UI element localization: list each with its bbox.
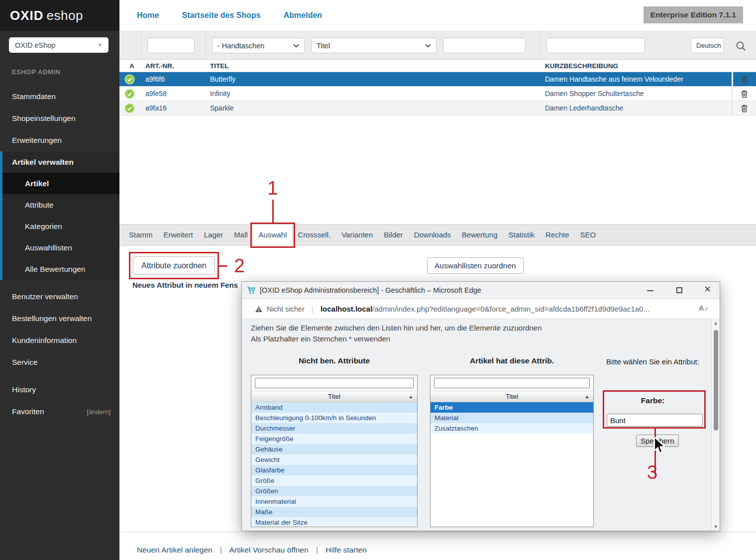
popup-address-bar[interactable]: Nicht sicher | localhost.local/admin/ind… [242,299,720,319]
list-item[interactable]: Material der Sitze [251,517,417,527]
column-header-artnr[interactable]: ART.-NR. [145,60,174,72]
sidebar-item-kundeninformation[interactable]: Kundeninformation [0,330,119,351]
list-item[interactable]: Maße [251,507,417,517]
tab-statistik[interactable]: Statistik [503,224,540,245]
active-status-icon[interactable] [124,74,135,86]
filter-title-input[interactable] [443,38,526,53]
delete-row-button[interactable] [732,87,756,101]
close-button[interactable]: × [704,283,711,296]
column-header-titel[interactable]: TITEL [210,60,229,72]
cell-kurzbeschreibung[interactable]: Damen Handtasche aus feinem Veloursleder [545,72,683,87]
nav-link-shop-startpage[interactable]: Startseite des Shops [182,11,260,20]
list-item[interactable]: Material [431,413,593,423]
cell-artnr[interactable]: a9fa16 [145,101,167,115]
filter-search-input[interactable] [546,38,645,53]
cell-titel[interactable]: Infinity [210,87,230,101]
footer-link-new-article[interactable]: Neuen Artikel anlegen [137,546,213,554]
cell-titel[interactable]: Sparkle [210,101,233,115]
sidebar-item-favoriten[interactable]: Favoriten [ändern] [0,401,119,423]
assign-attributes-button[interactable]: Attribute zuordnen [133,256,215,275]
assign-selection-lists-button[interactable]: Auswahllisten zuordnen [427,257,524,274]
scroll-up-icon[interactable]: ▲ [712,321,720,326]
search-icon[interactable] [736,41,748,53]
tab-crosssell[interactable]: Crosssell. [292,224,336,245]
language-select[interactable]: Deutsch [691,38,724,53]
list-item[interactable]: Innenmaterial [251,496,417,507]
sidebar-item-kategorien[interactable]: Kategorien [2,216,119,237]
filter-artnr-input[interactable] [147,38,195,53]
sidebar-item-stammdaten[interactable]: Stammdaten [0,86,119,108]
attribute-value-input[interactable] [607,414,703,427]
read-aloud-icon[interactable]: A [699,304,708,312]
cell-artnr[interactable]: a9f6f6 [145,72,165,87]
left-list-search-input[interactable] [255,378,414,388]
tab-bewertung[interactable]: Bewertung [456,224,503,245]
field-select[interactable]: Titel [311,38,436,53]
list-item[interactable]: Armband [251,402,417,413]
save-button[interactable]: Speichern [636,435,679,447]
popup-title-bar[interactable]: [OXID eShop Administrationsbereich] - Ge… [242,282,720,299]
sidebar-group-artikel-verwalten: Artikel verwalten Artikel Attribute Kate… [0,151,119,280]
table-row[interactable]: a9f6f6 Butterfly Damen Handtasche aus fe… [119,72,756,87]
active-status-icon[interactable] [124,89,135,101]
list-item[interactable]: Größe [251,475,417,486]
sidebar-item-history[interactable]: History [0,379,119,401]
nav-link-home[interactable]: Home [137,11,159,20]
scroll-down-icon[interactable]: ▼ [712,524,720,529]
delete-row-button[interactable] [732,72,756,87]
tab-bilder[interactable]: Bilder [378,224,408,245]
sidebar-item-erweiterungen[interactable]: Erweiterungen [0,129,119,151]
list-item[interactable]: Glasfarbe [251,465,417,475]
minimize-button[interactable] [647,290,653,291]
list-item[interactable]: Gewicht [251,454,417,465]
favoriten-edit-link[interactable]: [ändern] [87,408,110,416]
cell-kurzbeschreibung[interactable]: Damen Shopper Schultertasche [545,87,644,101]
nav-link-logout[interactable]: Abmelden [284,11,322,20]
cell-titel[interactable]: Butterfly [210,72,235,87]
sidebar-item-artikel-verwalten[interactable]: Artikel verwalten [2,151,119,173]
list-item[interactable]: Durchmesser [251,423,417,434]
popup-scrollbar[interactable]: ▲ ▼ [711,319,720,531]
shop-select-dropdown[interactable]: OXID eShop ▼ [9,37,108,53]
list-item[interactable]: Beschleunigung 0-100km/h in Sekunden [251,413,417,423]
sidebar-item-shopeinstellungen[interactable]: Shopeinstellungen [0,108,119,129]
right-list-column-header[interactable]: Titel ▲ [431,391,593,402]
maximize-button[interactable] [676,287,682,293]
category-select[interactable]: - Handtaschen [212,38,305,53]
table-row[interactable]: a9fa16 Sparkle Damen Lederhandtasche [119,101,756,115]
list-item-selected[interactable]: Farbe [431,402,593,413]
sidebar-item-auswahllisten[interactable]: Auswahllisten [2,237,119,258]
sidebar-item-benutzer-verwalten[interactable]: Benutzer verwalten [0,286,119,308]
tab-auswahl[interactable]: Auswahl 1 [253,224,293,246]
right-list-search-input[interactable] [434,378,590,388]
list-item[interactable]: Größen [251,486,417,496]
sidebar-item-service[interactable]: Service [0,351,119,373]
footer-link-article-preview[interactable]: Artikel Vorschau öffnen [229,546,308,554]
table-row[interactable]: a9fe58 Infinity Damen Shopper Schulterta… [119,87,756,101]
new-attribute-link[interactable]: Neues Attribut in neuem Fens [132,281,238,289]
tab-mall[interactable]: Mall [228,224,253,245]
sidebar-item-alle-bewertungen[interactable]: Alle Bewertungen [2,258,119,280]
cell-kurzbeschreibung[interactable]: Damen Lederhandtasche [545,101,623,115]
left-list-column-header[interactable]: Titel ▲ [251,391,417,402]
tab-downloads[interactable]: Downloads [409,224,456,245]
scrollbar-thumb[interactable] [714,330,718,431]
sidebar-item-artikel[interactable]: Artikel [2,173,119,194]
tab-lager[interactable]: Lager [199,224,228,245]
delete-row-button[interactable] [732,101,756,115]
tab-stamm[interactable]: Stamm [123,224,158,245]
list-item[interactable]: Gehäuse [251,444,417,454]
active-status-icon[interactable] [124,103,135,115]
sidebar-item-attribute[interactable]: Attribute [2,194,119,216]
tab-varianten[interactable]: Varianten [336,224,378,245]
tab-erweitert[interactable]: Erweitert [158,224,199,245]
sidebar-item-bestellungen-verwalten[interactable]: Bestellungen verwalten [0,308,119,330]
list-item[interactable]: Zusatztaschen [431,423,593,434]
cell-artnr[interactable]: a9fe58 [145,87,167,101]
trash-icon [741,105,748,112]
footer-link-help[interactable]: Hilfe starten [325,546,367,554]
tab-rechte[interactable]: Rechte [540,224,575,245]
list-item[interactable]: Felgengröße [251,434,417,444]
column-header-kurzbeschreibung[interactable]: KURZBESCHREIBUNG [545,60,618,72]
tab-seo[interactable]: SEO [575,224,602,245]
